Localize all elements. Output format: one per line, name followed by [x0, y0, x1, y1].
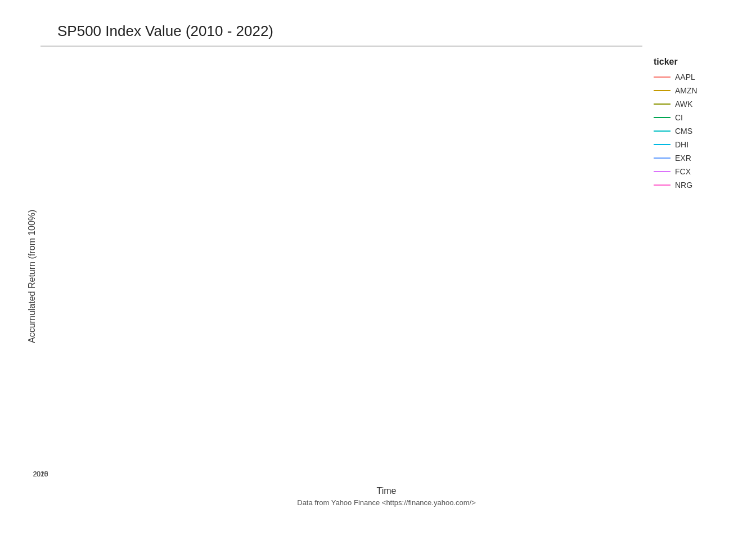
legend-title: ticker	[654, 57, 727, 67]
legend-line-dhi	[654, 144, 670, 145]
legend-label-awk: AWK	[675, 100, 692, 109]
legend-item-amzn: AMZN	[654, 86, 727, 95]
legend-item-nrg: NRG	[654, 181, 727, 190]
legend-item-ci: CI	[654, 113, 727, 122]
x-tick-2020: 2020	[33, 470, 48, 478]
legend-label-amzn: AMZN	[675, 86, 698, 95]
legend-line-exr	[654, 158, 670, 159]
plot-area: 0.1 1.0 10.0	[40, 46, 642, 47]
legend-line-aapl	[654, 76, 670, 78]
legend-label-ci: CI	[675, 113, 683, 122]
legend-item-cms: CMS	[654, 127, 727, 136]
chart-area: Accumulated Return (from 100%)	[24, 46, 732, 507]
legend-line-nrg	[654, 184, 670, 186]
legend-item-exr: EXR	[654, 154, 727, 163]
legend-line-awk	[654, 104, 670, 105]
legend-item-fcx: FCX	[654, 167, 727, 176]
legend-label-cms: CMS	[675, 127, 692, 136]
legend-label-dhi: DHI	[675, 140, 688, 149]
legend-line-amzn	[654, 90, 670, 91]
legend-line-fcx	[654, 171, 670, 172]
chart-main: 0.1 1.0 10.0 2010 2015 2020	[40, 46, 732, 507]
legend-item-dhi: DHI	[654, 140, 727, 149]
chart-container: SP500 Index Value (2010 - 2022) Accumula…	[12, 11, 744, 529]
legend-label-nrg: NRG	[675, 181, 692, 190]
plot-and-legend: 0.1 1.0 10.0 2010 2015 2020	[40, 46, 732, 482]
chart-title: SP500 Index Value (2010 - 2022)	[57, 22, 732, 40]
legend-line-cms	[654, 130, 670, 132]
legend-item-aapl: AAPL	[654, 73, 727, 82]
legend-line-ci	[654, 117, 670, 118]
legend: ticker AAPL AMZN AWK CI CMS DHI EXR FCX …	[642, 46, 732, 482]
legend-label-fcx: FCX	[675, 167, 691, 176]
legend-label-aapl: AAPL	[675, 73, 695, 82]
legend-item-awk: AWK	[654, 100, 727, 109]
legend-label-exr: EXR	[675, 154, 691, 163]
data-caption: Data from Yahoo Finance <https://finance…	[40, 498, 732, 507]
x-axis-label: Time	[40, 486, 732, 496]
